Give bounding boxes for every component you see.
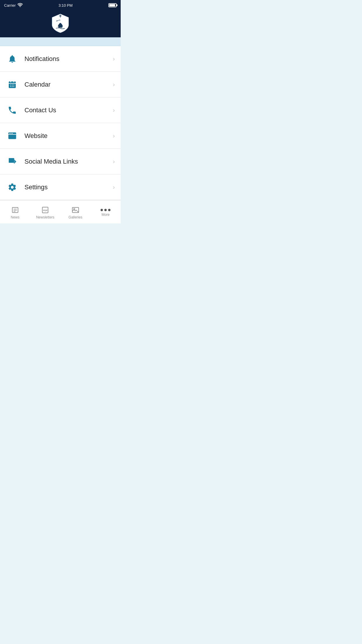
chevron-settings: › [113, 184, 115, 190]
chevron-calendar: › [113, 81, 115, 88]
chevron-social: › [113, 158, 115, 165]
more-tab-label: More [102, 213, 110, 217]
menu-item-calendar[interactable]: Calendar › [0, 72, 121, 97]
svg-point-14 [9, 133, 10, 134]
tab-newsletters[interactable]: PDF Newsletters [30, 200, 61, 223]
news-icon [11, 206, 19, 214]
chevron-notifications: › [113, 55, 115, 62]
chevron-contact: › [113, 107, 115, 113]
tab-more[interactable]: More [91, 200, 121, 223]
news-tab-label: News [11, 215, 20, 219]
app-header [0, 10, 121, 37]
menu-item-website[interactable]: Website › [0, 123, 121, 149]
newsletters-icon: PDF [41, 206, 49, 214]
calendar-icon [6, 78, 19, 91]
menu-item-social[interactable]: Social Media Links › [0, 149, 121, 174]
newsletters-tab-label: Newsletters [36, 215, 55, 219]
menu-list: Notifications › Calendar › [0, 46, 121, 200]
calendar-label: Calendar [24, 81, 113, 88]
svg-point-15 [11, 133, 12, 134]
status-left: Carrier [4, 3, 23, 8]
bell-icon [6, 52, 19, 65]
notifications-label: Notifications [24, 55, 113, 63]
svg-point-8 [13, 85, 14, 85]
chevron-website: › [113, 132, 115, 139]
svg-point-6 [10, 85, 11, 85]
battery-icon [108, 3, 117, 7]
tab-news[interactable]: News [0, 200, 30, 223]
menu-item-settings[interactable]: Settings › [0, 174, 121, 200]
time-label: 3:10 PM [59, 3, 73, 8]
phone-icon [6, 104, 19, 117]
galleries-tab-label: Galleries [68, 215, 82, 219]
social-label: Social Media Links [24, 158, 113, 165]
sub-header-bar [0, 37, 121, 46]
wifi-icon [17, 3, 23, 8]
svg-rect-17 [9, 158, 14, 163]
more-dots-icon [101, 209, 110, 211]
svg-point-11 [13, 86, 14, 87]
tab-bar: News PDF Newsletters Galleries More [0, 200, 121, 223]
svg-point-9 [10, 86, 11, 87]
browser-icon [6, 130, 19, 142]
svg-point-16 [12, 133, 13, 134]
settings-label: Settings [24, 183, 113, 191]
menu-item-notifications[interactable]: Notifications › [0, 46, 121, 72]
menu-item-contact[interactable]: Contact Us › [0, 97, 121, 123]
gear-icon [6, 181, 19, 194]
svg-point-7 [12, 85, 13, 85]
svg-point-10 [12, 86, 13, 87]
share-icon [6, 155, 19, 168]
status-bar: Carrier 3:10 PM [0, 0, 121, 10]
contact-label: Contact Us [24, 106, 113, 114]
galleries-icon [72, 206, 79, 214]
school-logo [52, 13, 69, 33]
svg-text:PDF: PDF [43, 209, 48, 212]
website-label: Website [24, 132, 113, 140]
tab-galleries[interactable]: Galleries [60, 200, 91, 223]
carrier-label: Carrier [4, 3, 16, 8]
